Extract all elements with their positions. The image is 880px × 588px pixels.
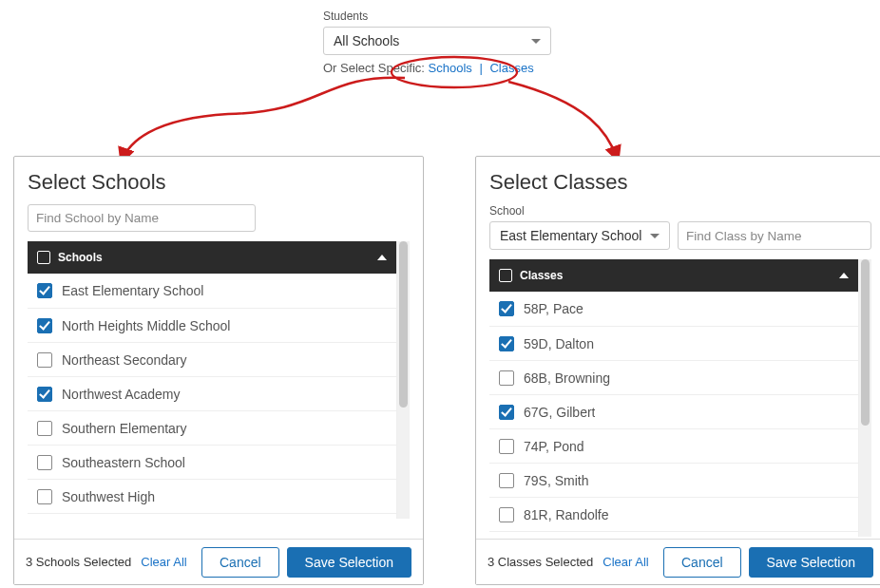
classes-selected-count: 3 Classes Selected [488,555,593,569]
school-item-row[interactable]: Southern Elementary [28,410,396,445]
classes-link[interactable]: Classes [489,61,533,75]
schools-select-all-checkbox[interactable] [37,251,50,264]
class-item-checkbox[interactable] [499,336,514,351]
or-select-text: Or Select Specific: [323,61,425,75]
sort-icon[interactable] [839,273,849,278]
classes-cancel-button[interactable]: Cancel [663,547,741,578]
school-item-row[interactable]: Northwest Academy [28,376,396,410]
classes-header-label: Classes [520,269,563,282]
school-item-label: Southwest High [62,489,155,504]
find-class-input[interactable] [678,221,871,250]
schools-list-body: East Elementary SchoolNorth Heights Midd… [28,274,396,519]
class-item-checkbox[interactable] [499,439,514,454]
students-filter-block: Students All Schools Or Select Specific:… [323,9,551,75]
class-item-row[interactable]: 81R, Randolfe [489,497,858,531]
chevron-down-icon [531,39,541,44]
schools-scrollbar[interactable] [396,241,410,519]
school-item-label: North Heights Middle School [62,318,230,333]
classes-school-dropdown[interactable]: East Elementary School [489,221,670,250]
school-item-checkbox[interactable] [37,421,52,436]
class-item-row[interactable]: 68B, Browning [489,360,858,394]
select-classes-panel: Select Classes School East Elementary Sc… [475,156,880,585]
or-select-specific-row: Or Select Specific: Schools | Classes [323,61,551,75]
class-item-row[interactable]: 86V, VanHeusen [489,531,858,537]
class-item-label: 59D, Dalton [524,336,594,351]
schools-cancel-button[interactable]: Cancel [201,547,279,578]
classes-list-wrap: Classes 58P, Pace59D, Dalton68B, Brownin… [489,259,871,537]
school-item-checkbox[interactable] [37,489,52,504]
select-schools-title: Select Schools [28,170,410,195]
class-item-row[interactable]: 74P, Pond [489,428,858,463]
school-item-checkbox[interactable] [37,283,52,298]
classes-list-body: 58P, Pace59D, Dalton68B, Browning67G, Gi… [489,292,858,537]
school-item-checkbox[interactable] [37,352,52,368]
class-item-label: 74P, Pond [524,439,584,454]
schools-list-wrap: Schools East Elementary SchoolNorth Heig… [28,241,410,519]
all-schools-dropdown[interactable]: All Schools [323,27,551,55]
select-schools-panel: Select Schools Schools East Elementary S… [13,156,424,585]
school-item-label: Northeast Secondary [62,352,187,368]
schools-footer: 3 Schools Selected Clear All Cancel Save… [14,539,423,584]
schools-selected-count: 3 Schools Selected [26,555,131,569]
classes-clear-all[interactable]: Clear All [603,555,648,569]
classes-scrollbar[interactable] [858,259,871,537]
school-item-label: Southeastern School [62,455,185,470]
scrollbar-thumb[interactable] [399,241,408,408]
class-item-checkbox[interactable] [499,507,514,522]
class-item-label: 79S, Smith [524,473,588,488]
classes-school-label: School [489,204,871,218]
school-item-label: Southern Elementary [62,421,187,436]
classes-list-header: Classes [489,259,858,292]
school-item-checkbox[interactable] [37,455,52,470]
school-item-row[interactable]: East Elementary School [28,274,396,308]
school-item-checkbox[interactable] [37,387,52,402]
chevron-down-icon [650,234,660,238]
class-item-label: 68B, Browning [524,370,610,386]
school-item-label: Northwest Academy [62,387,181,402]
class-item-checkbox[interactable] [499,473,514,488]
class-item-checkbox[interactable] [499,301,514,316]
class-item-label: 58P, Pace [524,301,583,316]
class-item-row[interactable]: 59D, Dalton [489,326,858,360]
classes-save-button[interactable]: Save Selection [749,547,873,578]
link-separator: | [479,61,482,75]
classes-select-all-checkbox[interactable] [499,269,512,282]
schools-clear-all[interactable]: Clear All [141,555,186,569]
class-item-row[interactable]: 58P, Pace [489,292,858,326]
students-label: Students [323,9,551,23]
scrollbar-thumb[interactable] [861,259,870,426]
sort-icon[interactable] [377,255,387,260]
classes-school-value: East Elementary School [500,228,641,243]
class-item-row[interactable]: 67G, Gilbert [489,394,858,428]
class-item-label: 67G, Gilbert [524,405,595,420]
class-item-label: 81R, Randolfe [524,507,609,522]
all-schools-value: All Schools [334,33,399,48]
class-item-checkbox[interactable] [499,370,514,386]
class-item-row[interactable]: 79S, Smith [489,463,858,497]
schools-header-label: Schools [58,251,103,264]
school-item-row[interactable]: Southwest High [28,479,396,513]
classes-footer: 3 Classes Selected Clear All Cancel Save… [476,539,880,584]
school-item-row[interactable]: North Heights Middle School [28,308,396,342]
school-item-label: East Elementary School [62,283,203,298]
school-item-row[interactable]: Northeast Secondary [28,342,396,376]
select-classes-title: Select Classes [489,170,871,195]
find-school-input[interactable] [28,204,256,232]
school-item-checkbox[interactable] [37,318,52,333]
school-item-row[interactable]: Western River High School [28,513,396,519]
school-item-row[interactable]: Southeastern School [28,445,396,479]
schools-list-header: Schools [28,241,396,274]
schools-link[interactable]: Schools [429,61,472,75]
class-item-checkbox[interactable] [499,405,514,420]
schools-save-button[interactable]: Save Selection [287,547,411,578]
